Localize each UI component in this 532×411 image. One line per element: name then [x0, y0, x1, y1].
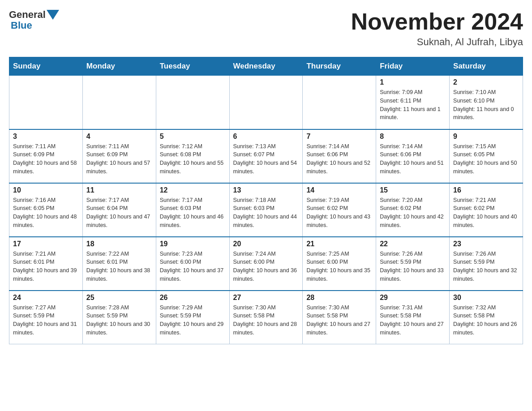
calendar-header-row: SundayMondayTuesdayWednesdayThursdayFrid…: [9, 57, 523, 76]
calendar-cell: 19Sunrise: 7:23 AMSunset: 6:00 PMDayligh…: [156, 237, 229, 291]
calendar-cell: 18Sunrise: 7:22 AMSunset: 6:01 PMDayligh…: [82, 237, 156, 291]
day-info: Sunrise: 7:18 AMSunset: 6:03 PMDaylight:…: [233, 196, 299, 230]
calendar-week-row: 1Sunrise: 7:09 AMSunset: 6:11 PMDaylight…: [9, 76, 523, 129]
calendar-cell: [303, 76, 376, 129]
logo-general-text: General: [9, 9, 46, 21]
day-info: Sunrise: 7:28 AMSunset: 5:59 PMDaylight:…: [86, 304, 152, 337]
day-number: 5: [160, 133, 226, 141]
calendar-cell: 28Sunrise: 7:30 AMSunset: 5:58 PMDayligh…: [303, 291, 376, 344]
calendar-cell: 8Sunrise: 7:14 AMSunset: 6:06 PMDaylight…: [376, 129, 450, 183]
calendar-cell: [229, 76, 303, 129]
calendar-cell: 9Sunrise: 7:15 AMSunset: 6:05 PMDaylight…: [450, 129, 523, 183]
day-info: Sunrise: 7:16 AMSunset: 6:05 PMDaylight:…: [13, 196, 79, 230]
calendar-cell: 7Sunrise: 7:14 AMSunset: 6:06 PMDaylight…: [303, 129, 376, 183]
day-number: 4: [86, 133, 152, 141]
day-info: Sunrise: 7:19 AMSunset: 6:02 PMDaylight:…: [306, 196, 372, 230]
calendar-header-wednesday: Wednesday: [229, 57, 303, 76]
calendar-cell: 20Sunrise: 7:24 AMSunset: 6:00 PMDayligh…: [229, 237, 303, 291]
day-number: 30: [453, 294, 519, 302]
day-number: 16: [453, 186, 519, 194]
day-number: 18: [86, 240, 152, 248]
day-number: 29: [380, 294, 446, 302]
day-number: 23: [453, 240, 519, 248]
calendar-week-row: 3Sunrise: 7:11 AMSunset: 6:09 PMDaylight…: [9, 129, 523, 183]
day-info: Sunrise: 7:11 AMSunset: 6:09 PMDaylight:…: [86, 142, 152, 176]
calendar-cell: 6Sunrise: 7:13 AMSunset: 6:07 PMDaylight…: [229, 129, 303, 183]
day-info: Sunrise: 7:27 AMSunset: 5:59 PMDaylight:…: [13, 304, 79, 337]
page-header: General Blue November 2024 Suknah, Al Ju…: [9, 9, 523, 48]
logo-blue-text: Blue: [11, 20, 32, 31]
day-number: 3: [13, 133, 79, 141]
day-number: 21: [306, 240, 372, 248]
calendar-cell: 27Sunrise: 7:30 AMSunset: 5:58 PMDayligh…: [229, 291, 303, 344]
calendar-cell: 23Sunrise: 7:26 AMSunset: 5:59 PMDayligh…: [450, 237, 523, 291]
day-number: 15: [380, 186, 446, 194]
day-number: 11: [86, 186, 152, 194]
day-number: 17: [13, 240, 79, 248]
calendar-cell: 10Sunrise: 7:16 AMSunset: 6:05 PMDayligh…: [9, 183, 83, 237]
day-info: Sunrise: 7:17 AMSunset: 6:04 PMDaylight:…: [86, 196, 152, 230]
calendar-cell: 12Sunrise: 7:17 AMSunset: 6:03 PMDayligh…: [156, 183, 229, 237]
day-number: 25: [86, 294, 152, 302]
calendar-week-row: 24Sunrise: 7:27 AMSunset: 5:59 PMDayligh…: [9, 291, 523, 344]
day-info: Sunrise: 7:11 AMSunset: 6:09 PMDaylight:…: [13, 142, 79, 176]
title-section: November 2024 Suknah, Al Jufrah, Libya: [351, 9, 523, 48]
day-number: 8: [380, 133, 446, 141]
day-info: Sunrise: 7:12 AMSunset: 6:08 PMDaylight:…: [160, 142, 226, 176]
calendar-header-monday: Monday: [82, 57, 156, 76]
day-number: 24: [13, 294, 79, 302]
day-info: Sunrise: 7:23 AMSunset: 6:00 PMDaylight:…: [160, 250, 226, 283]
logo-arrow-icon: [47, 10, 59, 20]
day-info: Sunrise: 7:10 AMSunset: 6:10 PMDaylight:…: [453, 88, 519, 122]
day-info: Sunrise: 7:21 AMSunset: 6:01 PMDaylight:…: [13, 250, 79, 283]
day-number: 13: [233, 186, 299, 194]
day-info: Sunrise: 7:25 AMSunset: 6:00 PMDaylight:…: [306, 250, 372, 283]
day-number: 7: [306, 133, 372, 141]
day-number: 26: [160, 294, 226, 302]
day-number: 2: [453, 78, 519, 86]
day-number: 1: [380, 78, 446, 86]
calendar-cell: 21Sunrise: 7:25 AMSunset: 6:00 PMDayligh…: [303, 237, 376, 291]
calendar-cell: 4Sunrise: 7:11 AMSunset: 6:09 PMDaylight…: [82, 129, 156, 183]
calendar-cell: 15Sunrise: 7:20 AMSunset: 6:02 PMDayligh…: [376, 183, 450, 237]
day-info: Sunrise: 7:20 AMSunset: 6:02 PMDaylight:…: [380, 196, 446, 230]
day-info: Sunrise: 7:31 AMSunset: 5:58 PMDaylight:…: [380, 304, 446, 337]
day-info: Sunrise: 7:13 AMSunset: 6:07 PMDaylight:…: [233, 142, 299, 176]
calendar-cell: 16Sunrise: 7:21 AMSunset: 6:02 PMDayligh…: [450, 183, 523, 237]
day-info: Sunrise: 7:30 AMSunset: 5:58 PMDaylight:…: [233, 304, 299, 337]
day-number: 19: [160, 240, 226, 248]
day-number: 27: [233, 294, 299, 302]
calendar-cell: 29Sunrise: 7:31 AMSunset: 5:58 PMDayligh…: [376, 291, 450, 344]
calendar-header-sunday: Sunday: [9, 57, 83, 76]
calendar-cell: 3Sunrise: 7:11 AMSunset: 6:09 PMDaylight…: [9, 129, 83, 183]
day-info: Sunrise: 7:30 AMSunset: 5:58 PMDaylight:…: [306, 304, 372, 337]
day-info: Sunrise: 7:14 AMSunset: 6:06 PMDaylight:…: [306, 142, 372, 176]
logo: General Blue: [9, 9, 59, 31]
calendar-title: November 2024: [351, 9, 523, 34]
calendar-cell: 26Sunrise: 7:29 AMSunset: 5:59 PMDayligh…: [156, 291, 229, 344]
calendar-subtitle: Suknah, Al Jufrah, Libya: [351, 36, 523, 48]
calendar-table: SundayMondayTuesdayWednesdayThursdayFrid…: [9, 57, 523, 344]
calendar-cell: 24Sunrise: 7:27 AMSunset: 5:59 PMDayligh…: [9, 291, 83, 344]
day-number: 20: [233, 240, 299, 248]
day-info: Sunrise: 7:09 AMSunset: 6:11 PMDaylight:…: [380, 88, 446, 122]
day-number: 12: [160, 186, 226, 194]
calendar-cell: 25Sunrise: 7:28 AMSunset: 5:59 PMDayligh…: [82, 291, 156, 344]
day-number: 6: [233, 133, 299, 141]
calendar-header-tuesday: Tuesday: [156, 57, 229, 76]
day-info: Sunrise: 7:14 AMSunset: 6:06 PMDaylight:…: [380, 142, 446, 176]
day-info: Sunrise: 7:24 AMSunset: 6:00 PMDaylight:…: [233, 250, 299, 283]
calendar-week-row: 10Sunrise: 7:16 AMSunset: 6:05 PMDayligh…: [9, 183, 523, 237]
day-number: 28: [306, 294, 372, 302]
calendar-cell: [9, 76, 83, 129]
day-number: 9: [453, 133, 519, 141]
calendar-header-thursday: Thursday: [303, 57, 376, 76]
svg-marker-0: [47, 10, 59, 20]
calendar-cell: 1Sunrise: 7:09 AMSunset: 6:11 PMDaylight…: [376, 76, 450, 129]
calendar-cell: 22Sunrise: 7:26 AMSunset: 5:59 PMDayligh…: [376, 237, 450, 291]
calendar-cell: 13Sunrise: 7:18 AMSunset: 6:03 PMDayligh…: [229, 183, 303, 237]
day-number: 14: [306, 186, 372, 194]
calendar-cell: [156, 76, 229, 129]
day-info: Sunrise: 7:26 AMSunset: 5:59 PMDaylight:…: [453, 250, 519, 283]
day-info: Sunrise: 7:26 AMSunset: 5:59 PMDaylight:…: [380, 250, 446, 283]
